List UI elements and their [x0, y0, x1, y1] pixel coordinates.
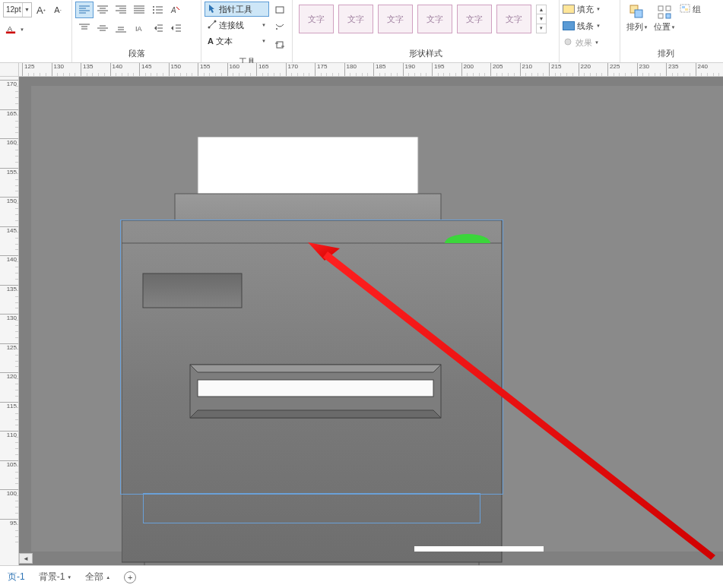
paragraph-group: A IA 段落: [72, 0, 201, 62]
svg-rect-44: [276, 7, 284, 13]
style-swatch[interactable]: 文字: [299, 5, 334, 33]
dropdown-icon[interactable]: ▼: [22, 3, 31, 17]
svg-text:A: A: [170, 6, 176, 14]
clear-format-button[interactable]: A: [166, 2, 185, 18]
bullet-list-button[interactable]: [148, 2, 166, 18]
group-label: 段落: [72, 46, 201, 62]
align-justify-button[interactable]: [130, 2, 148, 18]
rectangle-tool-button[interactable]: [271, 2, 289, 18]
font-size-input[interactable]: 12pt▼: [3, 2, 32, 17]
ribbon-toolbar: 12pt▼ A+ A- A ▼: [0, 0, 723, 63]
position-icon: [655, 3, 674, 21]
printer-shape[interactable]: [122, 137, 525, 565]
dropdown-icon[interactable]: ▼: [67, 575, 71, 580]
all-tab[interactable]: 全部 ▲: [85, 571, 110, 583]
shape-styles-group: 文字 文字 文字 文字 文字 文字 ▲ ▼ ▾ 形状样式: [293, 0, 560, 62]
ruler-corner: [0, 63, 19, 77]
style-swatch[interactable]: 文字: [457, 5, 492, 33]
arrange-group: 排列▼ 位置▼ 组 排列: [620, 0, 712, 62]
dropdown-icon[interactable]: ▼: [644, 25, 648, 30]
dropdown-icon[interactable]: ▲: [106, 575, 110, 580]
connector-icon: [208, 20, 217, 30]
style-swatch[interactable]: 文字: [378, 5, 413, 33]
align-center-button[interactable]: [94, 2, 112, 18]
fill-line-group: 填充 ▼ 线条 ▼ 效果 ▼: [560, 0, 620, 62]
svg-marker-69: [190, 410, 441, 418]
background-tab[interactable]: 背景-1 ▼: [39, 571, 72, 583]
dropdown-icon[interactable]: ▼: [671, 25, 676, 30]
decrease-indent-button[interactable]: [148, 20, 166, 36]
svg-rect-1: [6, 32, 15, 34]
dropdown-icon[interactable]: ▼: [20, 27, 24, 32]
align-right-button[interactable]: [112, 2, 130, 18]
scroll-down-icon[interactable]: ▼: [537, 14, 546, 24]
tools-group: 指针工具 连接线 ▼ A 文本 ▼: [201, 0, 293, 62]
svg-rect-70: [198, 380, 433, 397]
connector-tool-button[interactable]: 连接线 ▼: [205, 17, 269, 33]
svg-rect-46: [277, 42, 283, 48]
dropdown-icon[interactable]: ▼: [596, 7, 601, 11]
svg-text:IA: IA: [135, 25, 142, 33]
increase-indent-button[interactable]: [166, 20, 185, 36]
valign-middle-button[interactable]: [94, 20, 112, 36]
svg-rect-53: [666, 6, 671, 11]
text-tool-button[interactable]: A 文本 ▼: [205, 33, 269, 49]
svg-rect-55: [666, 14, 671, 18]
expand-icon[interactable]: ▾: [537, 24, 546, 33]
style-swatch[interactable]: 文字: [417, 5, 452, 33]
svg-text:A: A: [8, 24, 13, 33]
line-icon: [563, 21, 575, 30]
add-page-button[interactable]: +: [124, 571, 136, 583]
page-tab[interactable]: 页-1: [8, 571, 25, 583]
decrease-font-button[interactable]: A-: [50, 2, 65, 17]
svg-marker-68: [190, 365, 441, 372]
svg-rect-51: [635, 10, 642, 17]
dropdown-icon[interactable]: ▼: [596, 24, 601, 28]
svg-line-43: [210, 22, 214, 27]
group-icon: [680, 4, 690, 14]
ellipse-tool-button[interactable]: [271, 19, 289, 36]
vertical-ruler: 1701651601551501451401351301251201151101…: [0, 77, 19, 565]
valign-top-button[interactable]: [75, 20, 94, 36]
dropdown-icon[interactable]: ▼: [262, 23, 266, 27]
style-swatch[interactable]: 文字: [496, 5, 531, 33]
svg-point-18: [153, 6, 154, 8]
increase-font-button[interactable]: A+: [33, 2, 49, 17]
align-left-button[interactable]: [75, 2, 94, 18]
horizontal-ruler: 1251301351401451501551601651701751801851…: [19, 63, 723, 77]
group-button[interactable]: 组: [680, 2, 701, 17]
fill-button[interactable]: 填充 ▼: [563, 2, 601, 17]
svg-rect-52: [658, 6, 663, 11]
dropdown-icon[interactable]: ▼: [262, 39, 266, 43]
svg-point-22: [153, 12, 154, 14]
effect-icon: [563, 37, 573, 48]
arrange-button[interactable]: 排列▼: [623, 2, 651, 33]
scroll-left-button[interactable]: ◄: [19, 553, 33, 564]
drawing-canvas[interactable]: [19, 77, 723, 565]
font-color-button[interactable]: A: [3, 21, 18, 36]
status-bar: 页-1 背景-1 ▼ 全部 ▲ +: [0, 565, 723, 588]
page-edge: [414, 546, 544, 552]
group-label: [560, 58, 620, 62]
group-label: [0, 58, 71, 62]
pointer-icon: [208, 4, 217, 14]
style-gallery-nav[interactable]: ▲ ▼ ▾: [536, 5, 547, 33]
fill-icon: [563, 5, 575, 14]
svg-rect-58: [685, 8, 688, 11]
svg-rect-66: [143, 273, 242, 308]
crop-tool-button[interactable]: [271, 36, 289, 53]
svg-point-45: [276, 28, 277, 30]
dropdown-icon: ▼: [595, 40, 599, 45]
svg-rect-54: [658, 14, 663, 18]
group-label: 排列: [620, 46, 712, 62]
svg-point-49: [565, 39, 571, 45]
rotate-text-button[interactable]: IA: [130, 20, 148, 36]
effect-button: 效果 ▼: [563, 35, 599, 50]
style-swatch[interactable]: 文字: [338, 5, 373, 33]
svg-point-20: [153, 9, 154, 11]
line-button[interactable]: 线条 ▼: [563, 18, 601, 33]
position-button[interactable]: 位置▼: [651, 2, 678, 33]
valign-bottom-button[interactable]: [112, 20, 130, 36]
pointer-tool-button[interactable]: 指针工具: [205, 2, 269, 17]
scroll-up-icon[interactable]: ▲: [537, 5, 546, 14]
